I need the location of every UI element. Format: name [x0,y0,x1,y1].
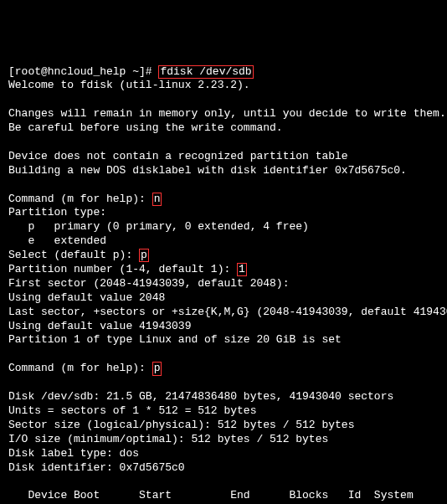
terminal-line: Sector size (logical/physical): 512 byte… [8,419,354,431]
highlight-input-1: 1 [237,263,247,276]
terminal-line: [root@hncloud_help ~]# fdisk /dev/sdb [8,65,254,78]
highlight-input-p: p [139,249,149,262]
terminal-line: Command (m for help): p [8,362,162,374]
terminal-line: Using default value 41943039 [8,320,191,332]
terminal-line: Using default value 2048 [8,291,165,304]
highlight-input-n: n [152,193,162,206]
terminal-line: Changes will remain in memory only, unti… [8,107,446,120]
terminal-line: Partition type: [8,206,106,219]
terminal-line: Command (m for help): n [8,193,162,205]
terminal-line: First sector (2048-41943039, default 204… [8,277,289,290]
terminal-line: Partition 1 of type Linux and of size 20… [8,333,342,346]
partition-table-header: Device Boot Start End Blocks Id System [8,489,414,501]
terminal-line: Welcome to fdisk (util-linux 2.23.2). [8,79,250,91]
terminal-line: Device does not contain a recognized par… [8,150,348,162]
terminal-line: e extended [8,234,106,247]
terminal-line: Disk identifier: 0x7d5675c0 [8,461,185,474]
terminal-line: Be careful before using the write comman… [8,121,283,134]
terminal-line: Disk label type: dos [8,447,139,460]
fdisk-prompt-partnum: Partition number (1-4, default 1): [8,263,237,275]
terminal-line: Select (default p): p [8,249,149,261]
terminal-line: Last sector, +sectors or +size{K,M,G} (2… [8,306,447,318]
terminal-line: Building a new DOS disklabel with disk i… [8,164,407,177]
terminal-line: Disk /dev/sdb: 21.5 GB, 21474836480 byte… [8,390,393,403]
highlight-input-p2: p [152,362,162,375]
fdisk-prompt: Command (m for help): [8,193,152,205]
shell-prompt: [root@hncloud_help ~]# [8,65,158,78]
fdisk-prompt: Command (m for help): [8,362,152,374]
terminal-line: Partition number (1-4, default 1): 1 [8,263,247,275]
terminal-line: Units = sectors of 1 * 512 = 512 bytes [8,404,256,417]
terminal-line: p primary (0 primary, 0 extended, 4 free… [8,220,309,233]
terminal-line: I/O size (minimum/optimal): 512 bytes / … [8,433,328,445]
fdisk-prompt-select: Select (default p): [8,249,139,261]
highlight-command: fdisk /dev/sdb [158,65,253,79]
